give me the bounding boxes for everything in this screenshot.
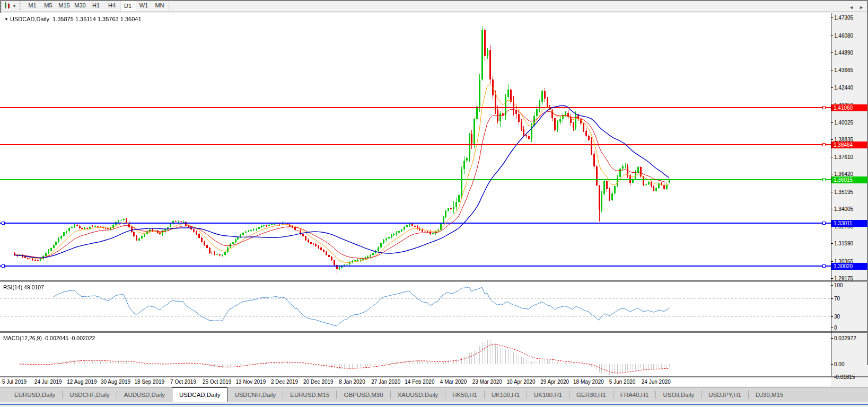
chart-tab-usdcad-daily[interactable]: USDCAD,Daily [172,387,227,402]
date-label: 7 Oct 2019 [170,379,196,385]
chart-tab-hk50-h1[interactable]: HK50,H1 [445,387,484,402]
chart-tab-bar: EURUSD,DailyUSDCHF,DailyAUDUSD,DailyUSDC… [0,387,868,402]
axis-tick-mark [831,139,833,140]
timeframe-button-h1[interactable]: H1 [88,1,104,11]
macd-pane-canvas[interactable] [0,333,831,376]
timeframe-button-m30[interactable]: M30 [72,1,88,11]
price-tick-label: 1.29175 [834,276,853,281]
date-label: 14 Feb 2020 [405,379,434,385]
tab-scroll-right-icon[interactable]: ► [859,5,864,10]
chart-tab-gbpusd-m30[interactable]: GBPUSD,M30 [337,387,390,402]
price-axis-line [831,13,831,376]
axis-tick-mark [831,243,833,244]
axis-tick-mark [831,122,833,123]
ohlc-close: 1.36041 [120,16,142,22]
chart-title: ▼ USDCAD,Daily 1.35875 1.36114 1.35763 1… [4,16,142,22]
chart-tab-uk100-h1[interactable]: UK100,H1 [527,387,569,402]
date-label: 30 Aug 2019 [101,379,130,385]
date-label: 5 Jun 2020 [609,379,636,385]
date-label: 4 Mar 2020 [440,379,467,385]
price-tick-label: 1.31590 [834,241,853,246]
date-label: 18 May 2020 [573,379,604,385]
price-tick-label: 1.46080 [834,33,853,39]
chart-tab-dj30-m15[interactable]: DJ30,M15 [749,387,790,402]
chart-tab-usoil-daily[interactable]: USOil,Daily [656,387,701,402]
axis-tick-mark [831,316,833,317]
chart-tab-xauusd-daily[interactable]: XAUUSD,Daily [391,387,445,402]
chart-tab-eurusd-daily[interactable]: EURUSD,Daily [7,387,62,402]
date-label: 13 Nov 2019 [236,379,266,385]
date-label: 25 Oct 2019 [203,379,231,385]
rsi-tick-label: 100 [834,282,843,288]
axis-tick-mark [831,70,833,70]
axis-tick-mark [831,285,833,286]
top-toolbar: ▾ M1M5M15M30H1H4D1W1MN [0,0,868,12]
timeframe-button-m1[interactable]: M1 [24,1,40,11]
rsi-tick-label: 30 [834,314,840,320]
price-tick-label: 1.34005 [834,206,853,212]
macd-tick-label: 0.00 [834,361,844,367]
axis-tick-mark [831,157,833,157]
chart-tab-ger30-h1[interactable]: GER30,H1 [569,387,613,402]
axis-tick-mark [831,36,833,36]
drawing-tool-icon[interactable] [4,2,12,12]
chart-tab-audusd-daily[interactable]: AUDUSD,Daily [117,387,172,402]
toolbar-grip-2[interactable] [19,2,21,10]
axis-tick-mark [831,192,833,192]
symbol-caret-icon[interactable]: ▼ [4,17,8,22]
axis-tick-mark [831,328,833,328]
timeframe-button-d1[interactable]: D1 [120,1,136,11]
timeframe-button-m15[interactable]: M15 [56,1,72,11]
status-strip [0,402,868,407]
timeframe-button-w1[interactable]: W1 [136,1,152,11]
date-label: 24 Jun 2020 [642,379,671,385]
timeframe-button-mn[interactable]: MN [152,1,168,11]
timeframe-button-h4[interactable]: H4 [104,1,120,11]
date-label: 10 Apr 2020 [507,379,536,385]
date-axis[interactable]: 5 Jul 201924 Jul 201912 Aug 201930 Aug 2… [0,378,831,386]
date-label: 20 Dec 2019 [303,379,334,385]
axis-tick-mark [831,364,833,365]
date-label: 2 Dec 2019 [271,379,298,385]
price-tick-label: 1.35195 [834,189,853,195]
chart-tab-eurusd-m15[interactable]: EURUSD,M15 [283,387,336,402]
window-frame-bottom [0,376,868,377]
chart-tab-fra40-h1[interactable]: FRA40,H1 [613,387,656,402]
tab-scroll-left-icon[interactable]: ◄ [849,5,854,10]
status-strip-line [0,404,868,405]
ohlc-open: 1.35875 [52,16,74,22]
chart-tab-usdcnh-daily[interactable]: USDCNH,Daily [227,387,283,402]
price-tick-label: 1.37610 [834,154,853,160]
timeframe-button-m5[interactable]: M5 [40,1,56,11]
hline-price-tag: 1.33011 [831,220,867,227]
date-label: 24 Jul 2019 [34,379,62,385]
chart-tab-usdjpy-h1[interactable]: USDJPY,H1 [702,387,748,402]
axis-tick-mark [831,377,833,377]
macd-tick-label: -0.01815 [834,374,855,380]
axis-tick-mark [831,338,833,339]
chart-tab-usdchf-daily[interactable]: USDCHF,Daily [63,387,116,402]
hline-price-tag: 1.41060 [831,104,867,111]
toolbar-separator [169,1,169,11]
window-frame-top [0,0,868,1]
rsi-tick-label: 70 [834,296,840,302]
chevron-down-icon[interactable]: ▾ [13,4,15,8]
hline-price-tag: 1.30020 [831,263,867,270]
rsi-pane-canvas[interactable] [0,282,831,331]
date-label: 5 Jul 2019 [2,379,27,385]
ohlc-low: 1.35763 [98,16,119,22]
date-label: 8 Jan 2020 [339,379,365,385]
rsi-tick-label: 0 [834,325,837,331]
main-chart-canvas[interactable] [0,13,831,280]
date-label: 23 Mar 2020 [472,379,502,385]
date-label: 27 Jan 2020 [371,379,400,385]
price-tick-label: 1.43665 [834,67,853,73]
macd-label: MACD(12,26,9) -0.002045 -0.002022 [3,335,95,341]
price-tick-label: 1.40025 [834,120,853,126]
axis-tick-mark [831,87,833,88]
price-tick-label: 1.44890 [834,50,853,56]
axis-tick-mark [831,261,833,262]
axis-tick-mark [831,52,833,53]
date-label: 12 Aug 2019 [67,379,97,385]
chart-tab-uk100-h1[interactable]: UK100,H1 [485,387,527,402]
